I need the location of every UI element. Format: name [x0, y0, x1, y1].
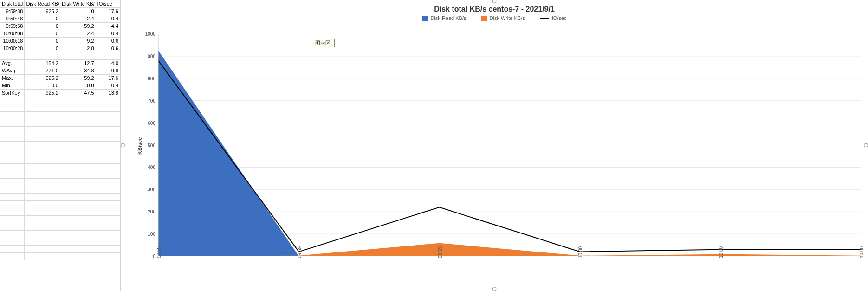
stat-read[interactable]: 925.2: [25, 75, 60, 82]
stat-label[interactable]: Avg.: [0, 60, 25, 67]
cell[interactable]: [0, 208, 25, 216]
cell[interactable]: [25, 112, 60, 119]
cell[interactable]: [0, 223, 25, 231]
stat-label[interactable]: WAvg.: [0, 67, 25, 75]
stat-io[interactable]: 0.4: [96, 82, 120, 90]
cell[interactable]: [96, 171, 120, 179]
read-cell[interactable]: 0: [25, 23, 60, 30]
cell[interactable]: [0, 186, 25, 194]
cell[interactable]: [25, 164, 60, 171]
cell[interactable]: [60, 216, 96, 223]
read-cell[interactable]: 0: [25, 30, 60, 38]
cell[interactable]: [25, 246, 60, 253]
cell[interactable]: [60, 52, 96, 60]
cell[interactable]: [0, 194, 25, 201]
stat-read[interactable]: 925.2: [25, 90, 60, 97]
cell[interactable]: [60, 223, 96, 231]
cell[interactable]: [0, 142, 25, 149]
cell[interactable]: [25, 156, 60, 164]
data-grid[interactable]: Disk totalDisk Read KB/Disk Write KB/IO/…: [0, 0, 121, 291]
cell[interactable]: [0, 134, 25, 142]
stat-write[interactable]: 12.7: [60, 60, 96, 67]
cell[interactable]: [0, 127, 25, 134]
cell[interactable]: [60, 149, 96, 156]
col-header-3[interactable]: IO/sec: [96, 0, 120, 8]
cell[interactable]: [0, 201, 25, 208]
cell[interactable]: [96, 119, 120, 127]
cell[interactable]: [96, 179, 120, 186]
cell[interactable]: [0, 216, 25, 223]
cell[interactable]: [25, 223, 60, 231]
cell[interactable]: [25, 216, 60, 223]
cell[interactable]: [96, 134, 120, 142]
stat-label[interactable]: Min.: [0, 82, 25, 90]
io-cell[interactable]: 0.4: [96, 30, 120, 38]
chart-resize-handle-right[interactable]: [864, 143, 868, 147]
stat-write[interactable]: 47.5: [60, 90, 96, 97]
cell[interactable]: [0, 253, 25, 260]
cell[interactable]: [25, 142, 60, 149]
cell[interactable]: [60, 127, 96, 134]
cell[interactable]: [0, 97, 25, 104]
time-cell[interactable]: 9:59:48: [0, 15, 25, 23]
cell[interactable]: [25, 201, 60, 208]
write-cell[interactable]: 2.4: [60, 30, 96, 38]
cell[interactable]: [25, 179, 60, 186]
cell[interactable]: [25, 127, 60, 134]
cell[interactable]: [60, 253, 96, 260]
stat-label[interactable]: SortKey: [0, 90, 25, 97]
cell[interactable]: [0, 179, 25, 186]
read-cell[interactable]: 0: [25, 15, 60, 23]
chart-plot-area[interactable]: [158, 34, 861, 256]
cell[interactable]: [96, 112, 120, 119]
write-cell[interactable]: 0: [60, 8, 96, 15]
io-cell[interactable]: 0.6: [96, 45, 120, 52]
cell[interactable]: [0, 104, 25, 112]
cell[interactable]: [60, 156, 96, 164]
chart-resize-handle-left[interactable]: [121, 143, 125, 147]
time-cell[interactable]: 10:00:28: [0, 45, 25, 52]
cell[interactable]: [60, 238, 96, 246]
cell[interactable]: [0, 52, 25, 60]
read-cell[interactable]: 925.2: [25, 8, 60, 15]
cell[interactable]: [25, 104, 60, 112]
cell[interactable]: [0, 246, 25, 253]
cell[interactable]: [96, 231, 120, 238]
cell[interactable]: [25, 253, 60, 260]
cell[interactable]: [96, 223, 120, 231]
cell[interactable]: [96, 246, 120, 253]
cell[interactable]: [25, 208, 60, 216]
cell[interactable]: [60, 134, 96, 142]
cell[interactable]: [96, 201, 120, 208]
stat-read[interactable]: 771.0: [25, 67, 60, 75]
cell[interactable]: [60, 119, 96, 127]
cell[interactable]: [0, 171, 25, 179]
stat-io[interactable]: 9.8: [96, 67, 120, 75]
cell[interactable]: [96, 149, 120, 156]
stat-read[interactable]: 0.0: [25, 82, 60, 90]
read-cell[interactable]: 0: [25, 45, 60, 52]
cell[interactable]: [25, 231, 60, 238]
cell[interactable]: [25, 97, 60, 104]
cell[interactable]: [96, 97, 120, 104]
cell[interactable]: [96, 142, 120, 149]
chart-resize-handle-bottom[interactable]: [492, 287, 497, 291]
cell[interactable]: [96, 253, 120, 260]
cell[interactable]: [60, 171, 96, 179]
cell[interactable]: [0, 149, 25, 156]
cell[interactable]: [25, 52, 60, 60]
cell[interactable]: [96, 194, 120, 201]
cell[interactable]: [60, 112, 96, 119]
cell[interactable]: [96, 156, 120, 164]
stat-io[interactable]: 17.6: [96, 75, 120, 82]
write-cell[interactable]: 59.2: [60, 23, 96, 30]
cell[interactable]: [60, 231, 96, 238]
cell[interactable]: [60, 246, 96, 253]
stat-read[interactable]: 154.2: [25, 60, 60, 67]
cell[interactable]: [60, 179, 96, 186]
cell[interactable]: [0, 156, 25, 164]
cell[interactable]: [60, 104, 96, 112]
write-cell[interactable]: 2.8: [60, 45, 96, 52]
cell[interactable]: [60, 164, 96, 171]
cell[interactable]: [25, 186, 60, 194]
